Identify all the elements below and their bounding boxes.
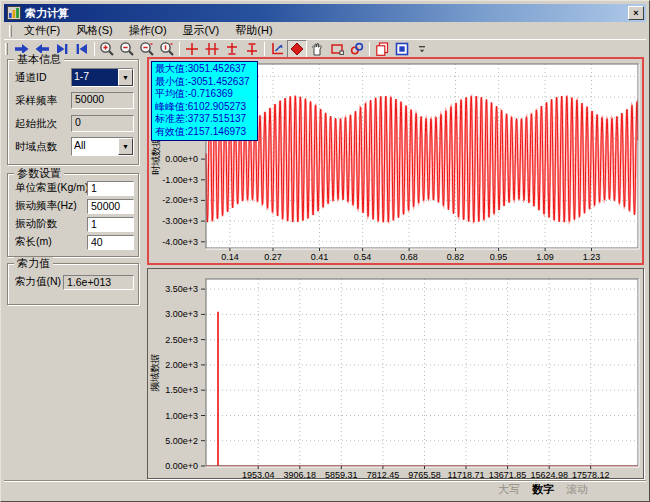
pan-hand-button[interactable] bbox=[307, 40, 327, 58]
cursor-valley-button[interactable] bbox=[242, 40, 262, 58]
field-label: 振动阶数 bbox=[15, 217, 87, 231]
svg-text:2.00e+3: 2.00e+3 bbox=[165, 360, 198, 370]
dropdown-value: All bbox=[72, 138, 118, 155]
stat-line: 标准差:3737.515137 bbox=[155, 113, 254, 126]
menu-item-4[interactable]: 帮助(H) bbox=[227, 22, 280, 39]
text-input[interactable] bbox=[87, 199, 134, 214]
link-cursors-button[interactable] bbox=[347, 40, 367, 58]
svg-text:-3.00e+3: -3.00e+3 bbox=[162, 216, 198, 226]
form-row: 时域点数All▼ bbox=[8, 135, 138, 158]
field-label: 起始批次 bbox=[15, 117, 71, 131]
region-icon bbox=[329, 41, 345, 57]
cursor-double-button[interactable] bbox=[202, 40, 222, 58]
field-label: 索力值(N) bbox=[15, 275, 63, 289]
hand-icon bbox=[309, 41, 325, 57]
overflow-icon bbox=[416, 43, 428, 55]
title-bar: 索力计算 × bbox=[4, 4, 646, 22]
toolbar-separator bbox=[179, 42, 180, 56]
axis-scale-button[interactable] bbox=[267, 40, 287, 58]
zoom-out-button[interactable] bbox=[117, 40, 137, 58]
groupbox-title: 基本信息 bbox=[14, 53, 64, 65]
cross-double-icon bbox=[204, 41, 220, 57]
toolbar-overflow-button[interactable] bbox=[412, 40, 432, 58]
panel-view-button[interactable] bbox=[392, 40, 412, 58]
dropdown-arrow-icon[interactable]: ▼ bbox=[118, 138, 133, 155]
copy-button[interactable] bbox=[372, 40, 392, 58]
field-label: 通道ID bbox=[15, 71, 71, 85]
svg-text:1.00e+3: 1.00e+3 bbox=[165, 411, 198, 421]
zoom-x-button[interactable] bbox=[137, 40, 157, 58]
svg-text:1.09: 1.09 bbox=[536, 252, 554, 262]
client-area: 基本信息通道ID1-7▼采样频率50000起始批次0时域点数All▼参数设置单位… bbox=[4, 57, 646, 480]
zoom-x-icon bbox=[139, 41, 155, 57]
svg-text:0.82: 0.82 bbox=[447, 252, 465, 262]
menu-item-1[interactable]: 风格(S) bbox=[68, 22, 121, 39]
link-icon bbox=[349, 41, 365, 57]
svg-text:13671.85: 13671.85 bbox=[489, 470, 527, 478]
time-domain-chart-panel[interactable]: 最大值:3051.452637最小值:-3051.452637平均值:-0.71… bbox=[147, 57, 644, 265]
stat-line: 平均值:-0.716369 bbox=[155, 88, 254, 101]
groupbox-0: 基本信息通道ID1-7▼采样频率50000起始批次0时域点数All▼ bbox=[7, 59, 139, 165]
svg-text:0.27: 0.27 bbox=[264, 252, 282, 262]
frequency-domain-chart-panel[interactable]: 1953.043906.185859.317812.459765.5811718… bbox=[147, 268, 644, 479]
readonly-field: 50000 bbox=[71, 92, 134, 109]
cross-up-icon bbox=[244, 41, 260, 57]
svg-text:11718.71: 11718.71 bbox=[448, 470, 485, 478]
svg-text:0.41: 0.41 bbox=[311, 252, 329, 262]
svg-text:0.54: 0.54 bbox=[354, 252, 372, 262]
text-input[interactable] bbox=[87, 235, 134, 250]
svg-text:-2.00e+3: -2.00e+3 bbox=[162, 195, 198, 205]
toolbar-grip[interactable] bbox=[5, 43, 8, 55]
menubar-grip[interactable] bbox=[9, 25, 12, 37]
region-zoom-button[interactable] bbox=[327, 40, 347, 58]
svg-text:7812.45: 7812.45 bbox=[367, 470, 400, 478]
svg-text:5.00e+2: 5.00e+2 bbox=[165, 436, 198, 446]
svg-text:0.68: 0.68 bbox=[400, 252, 418, 262]
axes-icon bbox=[269, 41, 285, 57]
zoom-out-icon bbox=[119, 41, 135, 57]
menu-item-3[interactable]: 显示(V) bbox=[175, 22, 228, 39]
status-indicator: 大写 bbox=[498, 482, 520, 497]
cursor-peak-button[interactable] bbox=[222, 40, 242, 58]
zoom-y-button[interactable] bbox=[157, 40, 177, 58]
menu-item-2[interactable]: 操作(O) bbox=[121, 22, 175, 39]
zoom-y-icon bbox=[159, 41, 175, 57]
svg-text:3.00e+3: 3.00e+3 bbox=[165, 309, 198, 319]
dropdown[interactable]: 1-7▼ bbox=[71, 68, 134, 87]
dropdown-arrow-icon[interactable]: ▼ bbox=[118, 69, 133, 86]
field-label: 时域点数 bbox=[15, 140, 71, 154]
toolbar-separator bbox=[264, 42, 265, 56]
svg-text:1953.04: 1953.04 bbox=[242, 470, 275, 478]
text-input[interactable] bbox=[87, 181, 134, 196]
form-row: 索长(m) bbox=[8, 233, 138, 251]
svg-text:1.50e+3: 1.50e+3 bbox=[165, 385, 198, 395]
svg-text:0.00e+0: 0.00e+0 bbox=[165, 461, 198, 471]
svg-text:0.14: 0.14 bbox=[221, 252, 239, 262]
menu-item-0[interactable]: 文件(F) bbox=[16, 22, 68, 39]
svg-text:0.95: 0.95 bbox=[490, 252, 508, 262]
app-icon bbox=[7, 6, 21, 20]
cursor-cross-button[interactable] bbox=[182, 40, 202, 58]
arrow-first-icon bbox=[74, 41, 90, 57]
form-row: 索力值(N)1.6e+013 bbox=[8, 273, 138, 291]
menu-bar: 文件(F)风格(S)操作(O)显示(V)帮助(H) bbox=[4, 22, 646, 39]
svg-text:0.00e+0: 0.00e+0 bbox=[165, 154, 198, 164]
svg-text:频域数据: 频域数据 bbox=[149, 354, 160, 392]
groupbox-1: 参数设置单位索重(Kg/m)振动频率(Hz)振动阶数索长(m) bbox=[7, 173, 139, 257]
readonly-field: 1.6e+013 bbox=[63, 275, 134, 290]
status-indicator: 数字 bbox=[532, 482, 554, 497]
stat-line: 峰峰值:6102.905273 bbox=[155, 101, 254, 114]
svg-text:5859.31: 5859.31 bbox=[325, 470, 358, 478]
text-input[interactable] bbox=[87, 217, 134, 232]
marker-diamond-button[interactable] bbox=[287, 40, 307, 58]
stat-line: 有效值:2157.146973 bbox=[155, 126, 254, 139]
app-window: 索力计算 × 文件(F)风格(S)操作(O)显示(V)帮助(H) 基本信息通道I… bbox=[0, 0, 650, 502]
nav-first-button[interactable] bbox=[72, 40, 92, 58]
close-button[interactable]: × bbox=[628, 6, 644, 20]
svg-text:1.23: 1.23 bbox=[583, 252, 601, 262]
dropdown[interactable]: All▼ bbox=[71, 137, 134, 156]
panel-icon bbox=[394, 41, 410, 57]
zoom-in-button[interactable] bbox=[97, 40, 117, 58]
groupbox-2: 索力值索力值(N)1.6e+013 bbox=[7, 263, 139, 305]
field-label: 振动频率(Hz) bbox=[15, 199, 87, 213]
